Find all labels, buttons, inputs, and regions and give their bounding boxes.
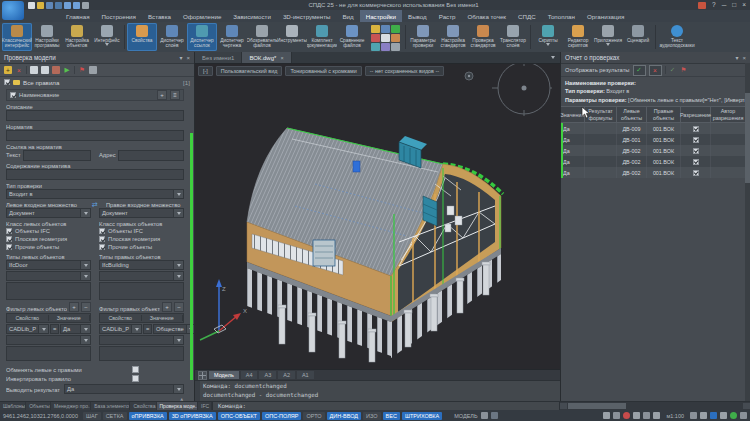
command-window-grip[interactable] [195,381,200,401]
report-flag-icon[interactable]: ⚑ [78,66,86,74]
print-icon[interactable] [82,2,89,9]
drawing-manager-button[interactable]: Диспетчер чертежа [217,23,247,51]
toggle-3d-osnap[interactable]: 3D оПРИВЯЗКА [169,412,216,420]
left-filter-empty-row[interactable] [6,335,91,345]
left-set-dropdown[interactable]: Документ [6,208,91,218]
left-class-flat[interactable]: Плоская геометрия [6,235,91,243]
standards-settings-button[interactable]: Настройка стандартов [438,23,468,51]
rules-tree-root[interactable]: Все правила [1] [0,77,194,87]
dropdown-button[interactable] [173,385,183,393]
undo-icon[interactable] [64,2,71,9]
name-list-button[interactable]: ≡ [170,90,180,100]
layout-tab-model[interactable]: Модель [209,371,239,379]
tab-spds[interactable]: СПДС [512,10,542,22]
table-row[interactable]: Да ДВ-009 001.ВОК [561,123,750,134]
left-class-other[interactable]: Прочие объекты [6,243,91,251]
layout-tab-a3[interactable]: А3 [259,371,276,379]
normative-input[interactable] [6,130,184,141]
resolution-checkbox[interactable] [693,159,699,165]
panel-tab-properties[interactable]: Свойства [130,402,156,410]
new-file-icon[interactable] [28,2,35,9]
interface-button[interactable]: Интерфейс [92,23,122,51]
scroll-right-arrow[interactable] [743,403,750,409]
left-filter-property[interactable]: CADLib_P [6,324,49,334]
mini-tool-icon[interactable] [371,43,380,51]
invert-rule-row[interactable]: Инвертировать правило [6,374,184,383]
export-icon[interactable] [52,66,60,74]
tools-button[interactable]: Инструменты [277,23,307,51]
mini-tool-icon[interactable] [371,34,380,42]
tab-oformlenie[interactable]: Оформление [177,10,227,22]
tab-zavisimosti[interactable]: Зависимости [227,10,277,22]
panel-tab-objects[interactable]: Объекты [26,402,51,410]
viewport-lock-icon[interactable] [491,412,498,419]
tab-list-dropdown[interactable] [546,52,560,63]
scrollbar-thumb[interactable] [745,93,750,183]
paper-space-icon[interactable] [481,412,488,419]
mini-tool-icon[interactable] [381,25,390,33]
pan-icon[interactable] [710,412,717,419]
panel-tab-templates[interactable]: Шаблоны [0,402,26,410]
invert-checkbox[interactable] [132,375,139,382]
tab-postroeniya[interactable]: Построения [96,10,142,22]
toggle-grid[interactable]: СЕТКА [103,412,127,420]
layout-tab-a4[interactable]: А4 [241,371,258,379]
dropdown-button[interactable] [173,209,183,217]
dropdown-button[interactable] [80,336,90,344]
clipboard-icon[interactable] [643,412,650,419]
rule-checkbox[interactable] [4,79,10,85]
right-type-dropdown-2[interactable] [99,271,184,281]
horizontal-scrollbar[interactable] [559,402,750,410]
layer-translator-button[interactable]: Транслятор слоёв [498,23,528,51]
settings-box-icon[interactable] [89,66,97,74]
save-icon[interactable] [46,2,53,9]
table-row[interactable]: Да ДВ-001 001.ВОК [561,134,750,145]
scrollbar-thumb[interactable] [568,403,626,409]
toggle-lineweight[interactable]: ВЕС [383,412,400,420]
minimize-button[interactable]: ─ [722,2,727,9]
view-direction-control[interactable]: Пользовательский вид [216,66,283,76]
checkbox[interactable] [99,244,105,250]
show-failed-toggle[interactable]: × [649,65,662,76]
checkbox[interactable] [6,244,12,250]
right-filter-op[interactable]: = [143,324,152,334]
right-types-list[interactable] [99,282,184,300]
redo-icon[interactable] [73,2,80,9]
units-icon[interactable] [653,412,660,419]
tab-glavnaya[interactable]: Главная [60,10,96,22]
name-header-row[interactable]: Наименование + ≡ [6,89,184,101]
save-all-icon[interactable] [55,2,62,9]
dropdown-button[interactable] [131,325,141,333]
right-filter-property[interactable]: CADLib_P [99,324,142,334]
close-icon[interactable]: × [742,55,746,61]
zoom-icon[interactable] [700,412,707,419]
layout-tab-a2[interactable]: А2 [278,371,295,379]
description-input[interactable] [6,110,184,121]
left-filter-add-button[interactable]: + [69,302,79,312]
audio-hint-text-button[interactable]: Текст аудиоподсказки [658,23,696,51]
layers-manager-button[interactable]: Диспетчер слоёв [157,23,187,51]
right-class-flat[interactable]: Плоская геометрия [99,235,184,243]
properties-button[interactable]: Свойства [127,23,157,51]
toggle-ortho[interactable]: ОРТО [303,412,324,420]
viewport-control-menu[interactable]: [-] [198,66,213,76]
doc-tab-vok[interactable]: ВОК.dwg*× [242,52,291,63]
applications-button[interactable]: Приложения [593,23,623,51]
status-ok-icon[interactable] [730,412,737,419]
dropdown-button[interactable] [80,325,90,333]
refresh-report-icon[interactable]: ✓ [669,66,677,74]
left-filter-op[interactable]: = [50,324,59,334]
table-row[interactable]: Да ДВ-002 001.ВОК [561,145,750,156]
checkbox[interactable] [99,236,105,242]
pin-icon[interactable]: ▾ [735,55,738,61]
dropdown-button[interactable] [80,272,90,280]
left-filter-value[interactable]: Да [60,324,91,334]
program-settings-button[interactable]: Настройки программы [32,23,62,51]
panel-tab-ifc[interactable]: IFC [198,402,212,410]
tab-3d-instrumenty[interactable]: 3D-инструменты [277,10,337,22]
tab-nastroyki[interactable]: Настройки [360,10,402,22]
toggle-iso[interactable]: ИЗО [363,412,381,420]
magnifier-minus-icon[interactable] [720,412,727,419]
copy-icon[interactable] [30,66,38,74]
pin-icon[interactable]: ▾ [179,55,182,61]
